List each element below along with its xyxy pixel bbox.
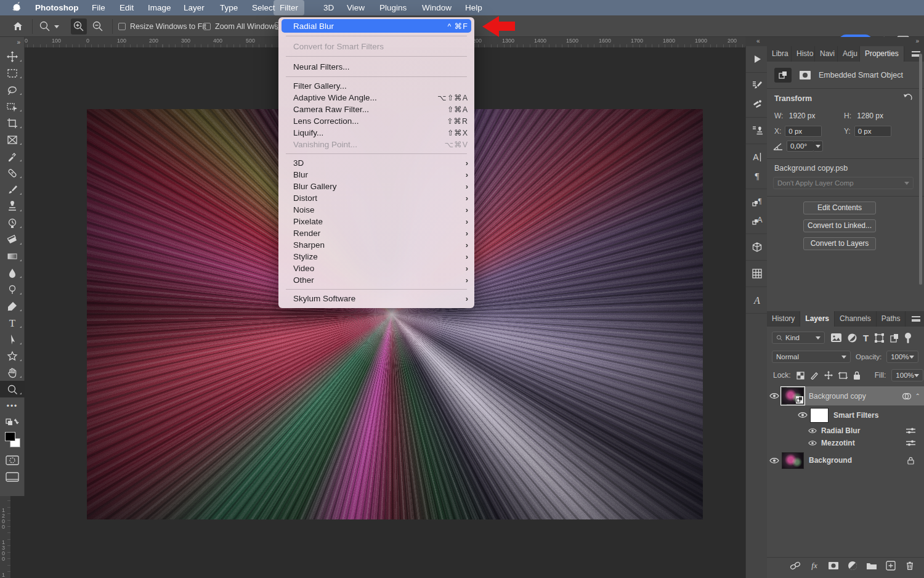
marquee-tool-icon[interactable] [0,65,25,81]
layer-thumbnail[interactable] [782,388,804,404]
filter-options-icon[interactable] [906,427,915,434]
paragraph-panel-icon[interactable]: ¶ [746,166,768,185]
convert-to-layers-button[interactable]: Convert to Layers [803,237,876,250]
filter-type-icon[interactable]: T [863,333,869,343]
smart-object-filter-icon[interactable] [774,68,792,83]
smart-filter-radial-blur-row[interactable]: Radial Blur [767,425,924,437]
menubar-item-layer[interactable]: Layer [177,0,211,15]
apple-menu-icon[interactable] [12,2,22,13]
filter-shape-icon[interactable] [875,333,884,343]
hand-tool-icon[interactable] [0,364,25,381]
menu-item-pixelate[interactable]: Pixelate› [278,216,474,227]
y-input[interactable]: 0 px [854,126,891,137]
menu-item-neural-filters[interactable]: Neural Filters... [278,60,474,73]
filter-image-icon[interactable] [831,333,841,342]
menubar-item-view[interactable]: View [341,0,371,15]
brush-tool-icon[interactable] [0,181,25,198]
frame-tool-icon[interactable] [0,131,25,148]
properties-scrollbar[interactable] [919,54,922,285]
visibility-eye-icon[interactable] [805,440,820,446]
lock-pixels-icon[interactable] [810,372,819,380]
tab-navigator[interactable]: Navi [815,46,838,62]
filter-options-icon[interactable] [906,439,915,447]
smart-filters-label[interactable]: Smart Filters [833,411,878,420]
lock-position-icon[interactable] [824,371,833,380]
clone-source-panel-icon[interactable] [746,121,768,140]
convert-to-linked-button[interactable]: Convert to Linked... [803,219,876,232]
crop-tool-icon[interactable] [0,115,25,131]
zoom-in-button[interactable] [71,18,87,35]
menubar-item-image[interactable]: Image [142,0,177,15]
menu-item-lens-correction[interactable]: Lens Correction...⇧⌘R [278,115,474,127]
menubar-item-plugins[interactable]: Plugins [373,0,413,15]
type-tool-icon[interactable]: T [0,314,25,331]
visibility-eye-icon[interactable] [795,412,810,418]
brush-settings-panel-icon[interactable] [746,76,768,95]
x-input[interactable]: 0 px [785,126,822,137]
shape-tool-icon[interactable] [0,348,25,364]
tab-properties[interactable]: Properties [860,46,904,62]
opacity-select[interactable]: 100% [886,351,918,363]
adjustment-layer-icon[interactable] [847,560,858,571]
menubar-item-type[interactable]: Type [214,0,244,15]
checkbox-icon[interactable] [118,23,126,30]
zoom-all-windows-checkbox[interactable]: Zoom All Windows [203,22,278,31]
threed-panel-icon[interactable] [746,238,768,256]
toolbar-expand-icon[interactable]: » [0,37,24,48]
zoom-out-button[interactable] [90,18,106,35]
patterns-panel-icon[interactable] [746,264,768,283]
paragraph-styles-panel-icon[interactable]: ¶ [746,193,768,211]
panels-collapse-icon[interactable]: » [915,38,919,44]
actions-panel-icon[interactable] [746,50,768,68]
menu-item-noise[interactable]: Noise› [278,204,474,216]
menubar-item-window[interactable]: Window [416,0,458,15]
delete-layer-icon[interactable] [904,560,915,571]
menu-item-3d[interactable]: 3D› [278,157,474,169]
kind-filter-select[interactable]: Kind [772,332,825,344]
pen-tool-icon[interactable] [0,298,25,314]
menubar-item-photoshop[interactable]: Photoshop [29,0,85,15]
checkbox-icon[interactable] [203,23,211,30]
new-layer-icon[interactable] [885,560,896,571]
layer-name[interactable]: Background copy [809,392,866,401]
healing-tool-icon[interactable] [0,165,25,181]
menu-item-video[interactable]: Video› [278,263,474,274]
tab-adjustments[interactable]: Adju [838,46,860,62]
menubar-item-filter[interactable]: Filter [274,0,304,15]
layer-name[interactable]: Background [809,456,852,465]
gradient-tool-icon[interactable] [0,248,25,264]
swap-colors-icon[interactable] [0,414,25,431]
clone-stamp-tool-icon[interactable] [0,198,25,214]
filter-name[interactable]: Radial Blur [821,426,860,435]
blend-mode-select[interactable]: Normal [772,351,851,363]
menu-item-filter-gallery[interactable]: Filter Gallery... [278,80,474,92]
menu-item-sharpen[interactable]: Sharpen› [278,239,474,251]
mask-filter-icon[interactable] [796,68,814,83]
menu-item-skylum-software[interactable]: Skylum Software› [278,293,474,304]
brushes-panel-icon[interactable] [746,95,768,113]
dock-collapse-icon[interactable]: « [756,38,760,44]
tab-libraries[interactable]: Libra [767,46,792,62]
layer-thumbnail[interactable] [782,452,804,469]
quick-mask-button[interactable] [0,452,25,468]
menu-item-render[interactable]: Render› [278,227,474,239]
eyedropper-tool-icon[interactable] [0,148,25,165]
lock-transparency-icon[interactable] [796,372,804,380]
smart-filter-badge-icon[interactable] [902,393,912,400]
layer-effects-icon[interactable]: fx [809,560,820,571]
dodge-tool-icon[interactable] [0,281,25,298]
menu-item-blur[interactable]: Blur› [278,169,474,181]
toolbar-options-icon[interactable]: ••• [0,397,25,414]
filter-adjustment-icon[interactable] [848,333,857,343]
character-styles-panel-icon[interactable]: A [746,211,768,230]
move-tool-icon[interactable] [0,48,25,65]
menu-item-radial-blur[interactable]: Radial Blur^ ⌘F [282,19,471,33]
screen-mode-button[interactable] [0,468,25,485]
tab-history[interactable]: History [767,311,800,327]
edit-contents-button[interactable]: Edit Contents [803,201,876,214]
collapse-filters-chevron-icon[interactable]: ⌃ [915,393,920,399]
object-selection-tool-icon[interactable] [0,98,25,115]
tab-layers[interactable]: Layers [800,311,835,327]
smart-filters-row[interactable]: Smart Filters [767,405,924,425]
smart-filter-mezzotint-row[interactable]: Mezzotint [767,437,924,449]
